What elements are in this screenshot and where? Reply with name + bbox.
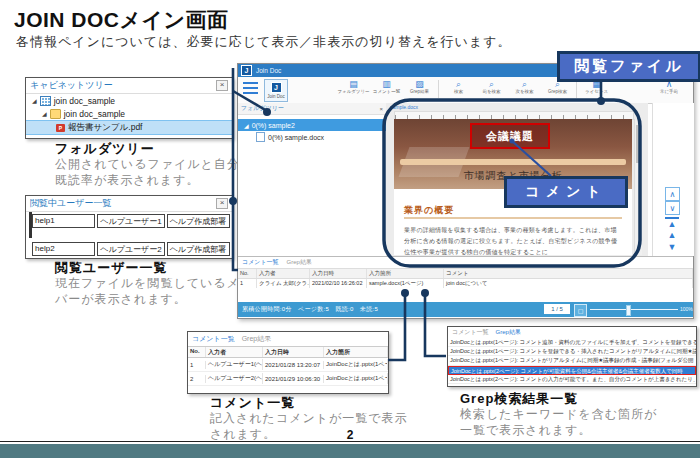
folder-icon bbox=[50, 109, 61, 119]
toolbar-button-search-next[interactable]: ⌕ 次を検索 bbox=[509, 79, 540, 94]
expand-icon[interactable]: ◢ bbox=[42, 110, 47, 117]
tab-grep-result[interactable]: Grep結果 bbox=[242, 334, 272, 344]
caption-folder-tree-body: 公開されているファイルと自分の既読率が表示されます。 bbox=[55, 156, 260, 188]
grep-row[interactable]: JoinDocとは.pptx(1ページ): コメント追加・資料の元ファイルに手を… bbox=[448, 338, 696, 347]
join-doc-button[interactable]: J Join Doc bbox=[264, 79, 288, 102]
section-divider bbox=[404, 217, 622, 219]
footer-divider bbox=[0, 441, 700, 442]
cabinet-icon bbox=[40, 96, 51, 106]
viewers-panel-title: 閲覧中ユーザー一覧 bbox=[30, 197, 111, 210]
open-file-label: sample.docx bbox=[390, 104, 418, 110]
prev-page-button[interactable]: ▲ bbox=[665, 230, 679, 240]
comment-table-row[interactable]: 1 クライム 太郎(クラ... 2021/02/10 16:26:02 samp… bbox=[238, 279, 693, 288]
cabinet-tree-panel: キャビネットツリー × ◢ join doc_sample ◢ join doc… bbox=[25, 77, 233, 139]
tree-item-cabinet[interactable]: ◢ join doc_sample bbox=[26, 94, 232, 107]
caption-viewers-body: 現在ファイルを閲覧しているメンバーが表示されます。 bbox=[55, 275, 260, 307]
app-tree-child[interactable]: 0(%) sample.docx bbox=[238, 131, 386, 143]
status-bar: 累積公開時間:0分 ページ数:5 既読:0 未読:5 1 / 5 ▢ 100% bbox=[238, 302, 693, 317]
grep-result-panel: コメント一覧 Grep結果 JoinDocとは.pptx(1ページ): コメント… bbox=[447, 326, 697, 387]
close-icon[interactable]: × bbox=[216, 80, 228, 91]
slide: JOIN DOCメイン画面 各情報ペインについては、必要に応じて表示／非表示の切… bbox=[0, 0, 700, 458]
grep-result-icon: ▨ bbox=[415, 79, 424, 89]
grep-row[interactable]: JoinDocとは.pptx(2ページ): コメントの入力が可能です。また、自分… bbox=[448, 375, 696, 384]
app-tree-title: フォルダツリー bbox=[241, 104, 284, 113]
tab-grep-result[interactable]: Grep結果 bbox=[287, 258, 312, 267]
toolbar-button-search[interactable]: ⌕ 検索 bbox=[443, 79, 474, 94]
tab-comment-list[interactable]: コメント一覧 bbox=[192, 334, 235, 344]
search-next-icon: ⌕ bbox=[522, 79, 527, 89]
zoom-slider-thumb[interactable] bbox=[626, 305, 631, 316]
triangle-up-icon: ▲ bbox=[668, 219, 677, 229]
expand-icon: ◢ bbox=[244, 122, 249, 129]
page-navigation-column: ∧ ∨ ▲ ▲ ▼ ▼ bbox=[652, 103, 694, 256]
close-icon[interactable]: × bbox=[216, 198, 228, 209]
folder-tree-icon: ▤ bbox=[349, 79, 358, 89]
zoom-slider[interactable] bbox=[590, 309, 678, 310]
chevron-up-icon: ∧ bbox=[670, 190, 676, 199]
expand-icon[interactable]: ◢ bbox=[32, 97, 37, 104]
page-indicator: 1 / 5 bbox=[544, 304, 570, 314]
viewer-row[interactable]: help1 ヘルプユーザー1 ヘルプ作成部署 bbox=[32, 214, 230, 228]
app-folder-tree-pane: フォルダツリー × ◢ 0(%) sample2 0(%) sample.doc… bbox=[238, 103, 387, 256]
first-page-button[interactable]: ▲ bbox=[665, 217, 679, 229]
tab-grep-result[interactable]: Grep結果 bbox=[496, 328, 521, 337]
comment-list-panel: コメント一覧 Grep結果 No. 入力者 入力日時 入力箇所 1 ヘルプユーザ… bbox=[187, 331, 389, 394]
search-icon: ⌕ bbox=[456, 79, 461, 89]
comment-list-row[interactable]: 2 ヘルプユーザー2(ヘ... 2021/01/29 10:06:30 Join… bbox=[188, 372, 388, 386]
pin-on-top-button[interactable]: ⊼ 常に手前 bbox=[654, 80, 684, 94]
comment-table-header: No. 入力者 入力日時 入力箇所 コメント bbox=[238, 268, 693, 279]
scrollbar-thumb[interactable] bbox=[636, 125, 641, 163]
callout-view-file: 閲覧ファイル bbox=[557, 51, 700, 82]
tab-comment-list[interactable]: コメント一覧 bbox=[242, 258, 279, 267]
scroll-up-button[interactable]: ∧ bbox=[665, 187, 680, 201]
comment-list-header: No. 入力者 入力日時 入力箇所 bbox=[188, 346, 388, 358]
grep-row-selected[interactable]: JoinDocとは.pptx(2ページ): コメントが可能資料を公開&会議主催者… bbox=[448, 366, 696, 375]
app-comment-pane: コメント一覧 Grep結果 No. 入力者 入力日時 入力箇所 コメント 1 ク… bbox=[238, 256, 693, 303]
tree-item-pdf-selected[interactable]: P 報告書サンプル.pdf bbox=[26, 120, 232, 135]
document-body-text: 業界の詳細情報を収集する場合は、事業の種類を考慮します。これは、市場分析に含める… bbox=[404, 225, 622, 255]
fit-width-button[interactable]: ▢ bbox=[574, 304, 587, 317]
callout-comment: コメント bbox=[504, 176, 628, 208]
document-icon bbox=[256, 132, 265, 142]
app-logo-icon: J bbox=[241, 65, 252, 76]
menu-icon[interactable] bbox=[243, 82, 258, 95]
search-prev-icon: ⌕ bbox=[489, 79, 494, 89]
pdf-icon: P bbox=[56, 124, 65, 132]
grep-row[interactable]: JoinDocとは.pptx(1ページ): コメントを登録できる・挿入されたコメ… bbox=[448, 347, 696, 356]
highlighted-slide-title: 会議議題 bbox=[470, 123, 550, 149]
section-heading: 業界の概要 bbox=[404, 204, 454, 217]
status-summary: 累積公開時間:0分 ページ数:5 既読:0 未読:5 bbox=[242, 305, 378, 314]
vertical-scrollbar[interactable] bbox=[634, 119, 642, 255]
triangle-down-icon: ▼ bbox=[668, 242, 677, 252]
next-page-button[interactable]: ▼ bbox=[665, 242, 679, 252]
triangle-up-icon: ▲ bbox=[668, 230, 677, 240]
tab-comment-list[interactable]: コメント一覧 bbox=[452, 328, 489, 337]
toolbar-button-search-prev[interactable]: ⌕ 前を検索 bbox=[476, 79, 507, 94]
viewer-row[interactable]: help2 ヘルプユーザー2 ヘルプ作成部署 bbox=[32, 242, 230, 256]
slide-divider-bar bbox=[400, 159, 626, 165]
comment-list-row[interactable]: 1 ヘルプユーザー1(ヘ... 2021/01/28 13:20:07 Join… bbox=[188, 358, 388, 372]
footer-bar bbox=[0, 444, 700, 458]
toolbar-button-grep-result[interactable]: ▨ Grep結果 bbox=[404, 79, 435, 94]
toolbar-button-folder-tree[interactable]: ▤ フォルダツリー bbox=[338, 79, 369, 94]
grep-row[interactable]: JoinDocとは.pptx(1ページ): コメントがリアルタイムに同期★議事録… bbox=[448, 356, 696, 365]
app-tree-root-selected[interactable]: ◢ 0(%) sample2 bbox=[238, 119, 386, 131]
tree-item-folder[interactable]: ◢ join doc_sample bbox=[26, 107, 232, 120]
chevron-down-icon: ∨ bbox=[670, 204, 676, 213]
scroll-down-button[interactable]: ∨ bbox=[665, 201, 680, 215]
viewing-users-panel: 閲覧中ユーザー一覧 × help1 ヘルプユーザー1 ヘルプ作成部署 help2… bbox=[25, 195, 233, 259]
page-title: JOIN DOCメイン画面 bbox=[14, 6, 229, 34]
toolbar-button-comment-list[interactable]: ▥ コメント一覧 bbox=[371, 79, 402, 94]
zoom-level: 100% bbox=[680, 306, 693, 312]
close-icon[interactable]: × bbox=[379, 106, 383, 112]
page-subtitle: 各情報ペインについては、必要に応じて表示／非表示の切り替えを行います。 bbox=[16, 33, 511, 51]
slide-page-number: 2 bbox=[0, 428, 700, 442]
window-title: Join Doc bbox=[256, 67, 281, 74]
comment-list-icon: ▥ bbox=[382, 79, 391, 89]
selection-cursor bbox=[29, 212, 32, 238]
app-logo-icon: J bbox=[271, 82, 282, 93]
cabinet-panel-title: キャビネットツリー bbox=[30, 79, 113, 92]
